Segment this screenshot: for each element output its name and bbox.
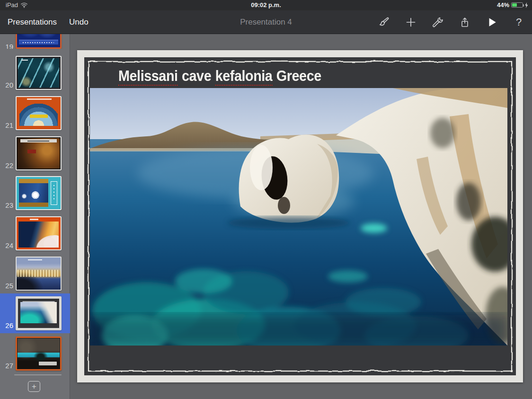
format-button[interactable] [377,16,390,29]
slide-row-26-selected: 26 [0,293,70,333]
slide-row-23: 23 [0,176,70,210]
insert-button[interactable] [404,16,417,29]
charging-bolt-icon [525,2,528,8]
slide-thumbnail-25[interactable] [16,257,62,291]
slide-thumbnail-23[interactable] [16,176,62,210]
play-button[interactable] [485,16,498,29]
plus-icon [405,17,417,28]
slide-canvas[interactable]: MelissanicavekefaloniaGreece [70,34,532,399]
status-bar: iPad 09:02 p.m. 44% [0,0,532,10]
slide-row-22: 22 [0,136,70,170]
slide-row-27: 27 [0,337,70,371]
battery-icon [511,2,523,8]
slide-row-25: 25 [0,257,70,291]
slide-row-24: 24 [0,216,70,250]
slide-thumbnail-21[interactable] [16,96,62,130]
slide-thumbnail-27[interactable] [16,337,62,371]
slide-photo-melissani-coast[interactable] [90,88,507,346]
slide-thumbnail-24[interactable] [16,216,62,250]
keynote-ipad-app: iPad 09:02 p.m. 44% Presentations Undo P… [0,0,532,399]
presentations-back-button[interactable]: Presentations [8,18,57,27]
share-button[interactable] [458,16,471,29]
help-button[interactable]: ? [512,16,525,29]
slide-number: 27 [1,362,13,370]
slide-number: 24 [1,241,13,249]
title-word: Greece [276,68,321,84]
wrench-icon [432,17,444,28]
current-slide[interactable]: MelissanicavekefaloniaGreece [77,50,523,382]
slide-number: 23 [1,201,13,209]
slide-thumbnail-20[interactable] [16,56,62,90]
undo-button[interactable]: Undo [69,18,89,27]
slide-number: 19 [1,43,13,49]
title-word: cave [182,68,211,84]
paintbrush-icon [378,17,390,28]
slide-thumbnail-22[interactable] [16,136,62,170]
slide-number: 22 [1,161,13,169]
slide-number: 21 [1,121,13,129]
title-word-misspelled: Melissani [118,68,178,86]
slide-row-19: 19 [0,34,70,49]
slide-number: 25 [1,282,13,290]
title-word-misspelled: kefalonia [215,68,273,86]
clock: 09:02 p.m. [0,1,532,9]
share-icon [459,17,470,28]
add-slide-button[interactable]: + [28,381,40,392]
slide-title-textbox[interactable]: MelissanicavekefaloniaGreece [118,68,325,85]
battery-percent: 44% [497,1,509,9]
slide-navigator: 19 20 21 22 23 24 25 26 [0,34,70,399]
slide-background: MelissanicavekefaloniaGreece [84,57,516,375]
slide-thumbnail-26[interactable] [16,296,62,330]
slide-thumbnail-19[interactable] [16,34,62,49]
slide-row-21: 21 [0,96,70,130]
slide-number: 20 [1,81,13,89]
slide-number: 26 [1,321,13,329]
toolbar: Presentations Undo Presentation 4 [0,10,532,34]
slide-row-20: 20 [0,56,70,90]
navigator-divider [14,374,62,375]
tools-button[interactable] [431,16,444,29]
play-icon [486,16,498,28]
